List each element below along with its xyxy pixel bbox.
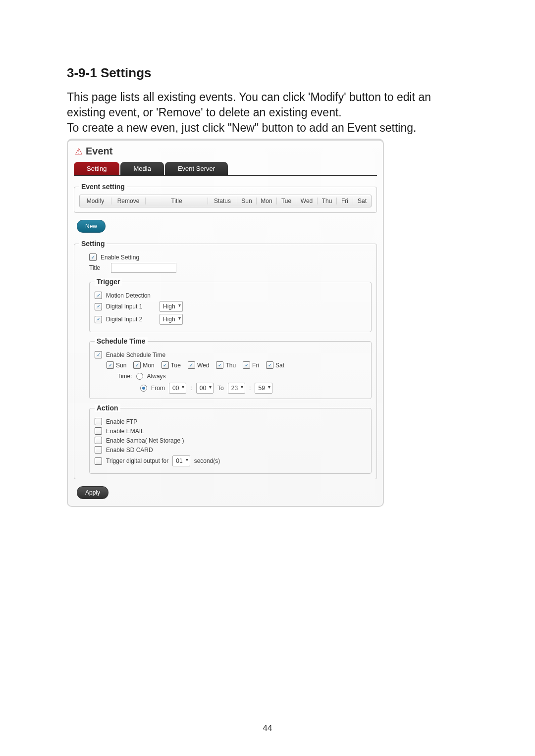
samba-label: Enable Samba( Net Storage ) <box>106 437 184 444</box>
di1-select[interactable]: High <box>160 301 183 312</box>
sd-checkbox[interactable]: ✓ <box>95 446 102 454</box>
time-always-label: Always <box>147 373 166 380</box>
apply-button[interactable]: Apply <box>77 486 108 499</box>
day-wed-checkbox[interactable]: ✓ <box>188 361 195 369</box>
action-legend: Action <box>95 404 120 412</box>
bell-icon: ⚠ <box>75 146 83 157</box>
trigger-legend: Trigger <box>95 278 122 286</box>
schedule-group: Schedule Time ✓ Enable Schedule Time ✓Su… <box>89 337 372 399</box>
trigger-out-select[interactable]: 01 <box>172 455 190 466</box>
intro-paragraph-2: To create a new even, just click "New" b… <box>67 120 471 136</box>
day-sat-checkbox[interactable]: ✓ <box>266 361 273 369</box>
new-button[interactable]: New <box>77 220 106 233</box>
col-mon: Mon <box>257 198 277 204</box>
time-label: Time: <box>117 373 132 380</box>
col-sun: Sun <box>237 198 257 204</box>
day-wed-label: Wed <box>197 362 209 369</box>
day-fri-label: Fri <box>252 362 259 369</box>
col-wed: Wed <box>296 198 318 204</box>
motion-label: Motion Detection <box>106 292 151 299</box>
col-remove: Remove <box>111 198 146 204</box>
section-heading: 3-9-1 Settings <box>67 65 471 81</box>
col-sat: Sat <box>353 198 371 204</box>
sd-label: Enable SD CARD <box>106 447 153 454</box>
action-group: Action ✓Enable FTP ✓Enable EMAIL ✓Enable… <box>89 404 372 474</box>
col-thu: Thu <box>318 198 337 204</box>
di2-checkbox[interactable]: ✓ <box>95 316 102 323</box>
ftp-label: Enable FTP <box>106 418 137 425</box>
col-fri: Fri <box>337 198 353 204</box>
day-tue-label: Tue <box>171 362 181 369</box>
trigger-out-post: second(s) <box>194 457 220 464</box>
from-min-select[interactable]: 00 <box>196 383 214 394</box>
trigger-out-checkbox[interactable]: ✓ <box>95 457 102 465</box>
tab-media[interactable]: Media <box>120 162 163 175</box>
day-thu-checkbox[interactable]: ✓ <box>216 361 223 369</box>
enable-setting-checkbox[interactable]: ✓ <box>89 253 97 261</box>
ftp-checkbox[interactable]: ✓ <box>95 418 102 425</box>
schedule-legend: Schedule Time <box>95 337 148 345</box>
col-title: Title <box>146 198 208 204</box>
setting-group: Setting ✓ Enable Setting Title Trigger ✓… <box>74 240 377 479</box>
to-min-select[interactable]: 59 <box>255 383 272 394</box>
day-tue-checkbox[interactable]: ✓ <box>161 361 169 369</box>
time-colon-2: : <box>249 385 251 392</box>
panel-title: Event <box>86 146 112 157</box>
samba-checkbox[interactable]: ✓ <box>95 437 102 444</box>
title-input[interactable] <box>111 263 176 273</box>
time-range-radio[interactable] <box>140 385 147 392</box>
time-to-label: To <box>217 385 224 392</box>
email-label: Enable EMAIL <box>106 428 144 435</box>
page-number: 44 <box>0 723 535 733</box>
time-always-radio[interactable] <box>136 373 143 380</box>
motion-checkbox[interactable]: ✓ <box>95 292 102 299</box>
day-thu-label: Thu <box>225 362 236 369</box>
enable-schedule-label: Enable Schedule Time <box>106 352 165 358</box>
from-hour-select[interactable]: 00 <box>169 383 186 394</box>
tab-event-server[interactable]: Event Server <box>165 162 228 175</box>
di1-checkbox[interactable]: ✓ <box>95 303 102 310</box>
day-sun-checkbox[interactable]: ✓ <box>107 361 114 369</box>
event-setting-group: Event setting Modify Remove Title Status… <box>74 183 377 213</box>
time-from-label: From <box>151 385 165 392</box>
event-panel: ⚠ Event Setting Media Event Server Event… <box>67 139 384 507</box>
enable-setting-label: Enable Setting <box>101 254 139 261</box>
col-status: Status <box>208 198 237 204</box>
event-table-header: Modify Remove Title Status Sun Mon Tue W… <box>79 195 372 207</box>
to-hour-select[interactable]: 23 <box>228 383 245 394</box>
di1-label: Digital Input 1 <box>106 303 156 310</box>
setting-legend: Setting <box>79 240 107 248</box>
event-setting-legend: Event setting <box>79 183 127 191</box>
days-row: ✓Sun ✓Mon ✓Tue ✓Wed ✓Thu ✓Fri ✓Sat <box>107 361 366 369</box>
day-fri-checkbox[interactable]: ✓ <box>243 361 250 369</box>
di2-select[interactable]: High <box>160 314 183 325</box>
tab-setting[interactable]: Setting <box>74 162 119 175</box>
day-mon-checkbox[interactable]: ✓ <box>133 361 141 369</box>
enable-schedule-checkbox[interactable]: ✓ <box>95 351 102 358</box>
title-label: Title <box>89 264 107 271</box>
panel-header: ⚠ Event <box>75 146 377 157</box>
day-sat-label: Sat <box>275 362 284 369</box>
day-mon-label: Mon <box>143 362 154 369</box>
col-tue: Tue <box>277 198 296 204</box>
time-colon-1: : <box>190 385 192 392</box>
email-checkbox[interactable]: ✓ <box>95 427 102 435</box>
intro-paragraph-1: This page lists all existing events. You… <box>67 90 471 120</box>
trigger-group: Trigger ✓ Motion Detection ✓ Digital Inp… <box>89 278 372 332</box>
trigger-out-pre: Trigger digital output for <box>106 457 168 464</box>
col-modify: Modify <box>80 198 111 204</box>
tab-bar: Setting Media Event Server <box>74 162 377 176</box>
di2-label: Digital Input 2 <box>106 316 156 323</box>
day-sun-label: Sun <box>116 362 126 369</box>
